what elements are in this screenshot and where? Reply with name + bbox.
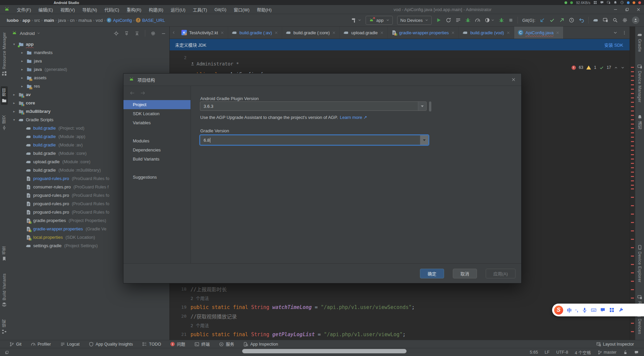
gradle-sync-button[interactable] (593, 17, 598, 23)
tree-chevron-icon[interactable]: ▸ (12, 101, 16, 105)
tool-button-gauge[interactable]: Profiler (31, 342, 51, 347)
menu-item[interactable]: 文件(F) (13, 5, 35, 14)
tray-icon[interactable] (620, 1, 624, 4)
git-push-button[interactable] (559, 17, 565, 23)
dialog-nav-suggestions[interactable]: Suggestions (123, 173, 191, 182)
profiler-button[interactable] (485, 17, 494, 23)
dialog-nav-sdk-location[interactable]: SDK Location (123, 109, 191, 118)
tree-chevron-icon[interactable]: ▸ (20, 59, 24, 63)
breadcrumb-item[interactable]: cn (70, 18, 74, 23)
minimize-button[interactable] (610, 5, 621, 14)
tab-close-icon[interactable] (556, 31, 559, 35)
editor-tab[interactable]: gradle-wrapper.properties (388, 27, 459, 39)
git-branch-widget[interactable]: master (598, 350, 616, 355)
menu-item[interactable]: 工具(T) (189, 5, 211, 14)
indent-indicator[interactable]: 4 个空格 (575, 349, 591, 356)
search-everywhere-button[interactable] (612, 17, 618, 23)
git-update-button[interactable] (540, 17, 545, 23)
tool-button-devices[interactable]: Device Manager (637, 62, 643, 104)
clipboard-icon[interactable] (600, 307, 605, 313)
tool-button-inspect[interactable]: App Inspection (244, 342, 278, 347)
agp-version-combobox[interactable]: 3.6.3 (200, 101, 427, 111)
menu-item[interactable]: 导航(N) (78, 5, 101, 14)
tool-button-terminal[interactable]: 终端 (195, 341, 210, 347)
debug-button[interactable] (465, 17, 471, 23)
editor-tab[interactable]: build.gradle (vod) (459, 27, 514, 39)
tree-item[interactable]: ▾app (8, 40, 169, 48)
tray-icon[interactable] (633, 1, 635, 4)
tab-close-icon[interactable] (220, 31, 224, 35)
tray-icon[interactable] (593, 1, 597, 4)
keyboard-icon[interactable] (591, 307, 596, 313)
menu-item[interactable]: 重构(R) (123, 5, 145, 14)
editor-tab[interactable]: build.gradle (:av) (228, 27, 282, 39)
editor-error-stripe[interactable] (630, 27, 635, 340)
usages-inlay-hint[interactable]: 2 个用法 (191, 296, 209, 301)
learn-more-link[interactable]: Learn more ↗ (340, 115, 367, 120)
apply-button[interactable]: 应用(A) (486, 269, 516, 278)
tab-close-icon[interactable] (380, 31, 384, 35)
dialog-scrollbar-thumb[interactable] (429, 101, 431, 112)
breadcrumb-item[interactable]: luobo (7, 18, 18, 23)
tree-item[interactable]: ▸manifests (8, 48, 169, 57)
tab-options-button[interactable] (622, 31, 627, 35)
tab-close-icon[interactable] (451, 31, 455, 35)
tree-chevron-icon[interactable]: ▸ (20, 76, 24, 80)
breadcrumb-item[interactable]: CApiConfig (107, 18, 132, 23)
run-tasks-button[interactable] (455, 17, 461, 23)
settings-button[interactable] (622, 17, 628, 23)
editor-tab[interactable]: build.gradle (:core) (282, 27, 340, 39)
editor-tab[interactable]: KTestActivity2.kt (178, 27, 228, 39)
tray-icon[interactable] (600, 1, 604, 4)
encoding-indicator[interactable]: UTF-8 (556, 350, 568, 355)
menu-item[interactable]: Git(G) (211, 5, 230, 14)
tray-icon[interactable] (627, 1, 630, 4)
dialog-nav-build-variants[interactable]: Build Variants (123, 154, 191, 164)
line-ending-indicator[interactable]: LF (545, 350, 550, 355)
grid-icon[interactable] (609, 307, 614, 313)
ime-punctuation-button[interactable]: ·, (575, 307, 578, 313)
close-window-button[interactable] (633, 5, 644, 14)
avatar[interactable] (632, 16, 639, 24)
breadcrumb-item[interactable]: fBASE_URL (136, 18, 165, 23)
maximize-button[interactable] (621, 5, 633, 14)
breadcrumb-item[interactable]: java (58, 18, 66, 23)
menu-item[interactable]: 帮助(H) (253, 5, 275, 14)
rollback-button[interactable] (579, 17, 584, 23)
breadcrumb-item[interactable]: mahua (78, 18, 92, 23)
tool-button-branch[interactable]: Git (9, 342, 21, 347)
tree-chevron-icon[interactable]: ▸ (12, 93, 16, 96)
tree-chevron-icon[interactable]: ▸ (12, 109, 16, 113)
status-progress-bar[interactable] (242, 349, 407, 353)
tool-button-commit[interactable]: 提交 (1, 114, 8, 132)
run-button[interactable] (436, 17, 441, 23)
attach-debugger-button[interactable] (499, 17, 504, 23)
tool-button-loglist[interactable]: Logcat (60, 342, 80, 347)
history-button[interactable] (569, 17, 574, 23)
menu-item[interactable]: 构建(B) (145, 5, 167, 14)
readonly-toggle[interactable] (623, 350, 628, 355)
stop-button[interactable] (508, 18, 513, 23)
usages-inlay-hint[interactable]: 2 个用法 (191, 323, 209, 328)
tool-button-layout-inspector[interactable]: Layout Inspector (596, 342, 634, 347)
tool-button-bookmark[interactable]: 书签 (1, 244, 8, 263)
dialog-close-button[interactable] (511, 77, 516, 82)
breadcrumb-item[interactable]: src (34, 18, 40, 23)
prev-issue-button[interactable] (614, 66, 618, 70)
apply-changes-button[interactable] (446, 17, 451, 23)
run-configuration-select[interactable]: ✕ app (366, 16, 393, 25)
select-opened-file-button[interactable] (114, 31, 119, 36)
cancel-button[interactable]: 取消 (453, 269, 477, 278)
tree-chevron-icon[interactable]: ▾ (12, 42, 16, 46)
tool-button-phone[interactable]: Device Explorer (637, 243, 643, 284)
next-issue-button[interactable] (621, 66, 625, 70)
tab-close-icon[interactable] (332, 31, 336, 35)
agp-version-dropdown-button[interactable] (418, 102, 426, 110)
tool-button-shield[interactable]: App Quality Insights (89, 342, 133, 347)
dialog-nav-modules[interactable]: Modules (123, 136, 191, 145)
tab-scroll-left-icon[interactable] (170, 31, 178, 35)
dialog-nav-variables[interactable]: Variables (123, 118, 191, 127)
profile-button[interactable] (475, 17, 480, 23)
tray-icon[interactable] (570, 1, 573, 4)
menu-item[interactable]: 运行(U) (167, 5, 189, 14)
